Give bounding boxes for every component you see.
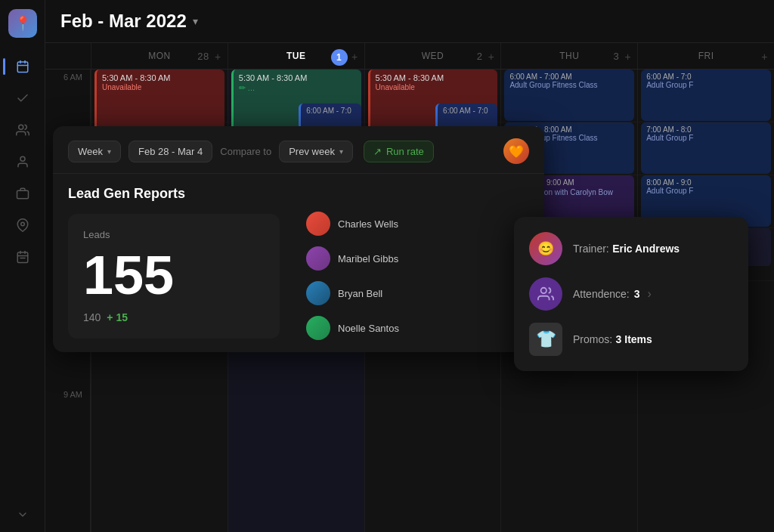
- attendance-arrow[interactable]: ›: [648, 287, 652, 301]
- panel-body: Lead Gen Reports Leads 155 140 + 15 Char…: [53, 174, 544, 352]
- sidebar-item-briefcase[interactable]: [9, 180, 36, 207]
- attendance-info: Attendence: 3 ›: [573, 287, 652, 301]
- person-name-2: Maribel Gibbs: [338, 253, 398, 264]
- add-event-mon[interactable]: +: [215, 51, 221, 63]
- attendance-value: 3: [634, 288, 640, 300]
- week-chevron: ▾: [107, 147, 111, 156]
- prev-week-selector[interactable]: Prev week ▾: [279, 141, 353, 162]
- trainer-info: Trainer: Eric Andrews: [573, 242, 680, 255]
- compare-to-label: Compare to: [220, 146, 271, 157]
- run-rate-btn[interactable]: ↗ Run rate: [364, 141, 434, 162]
- panel-toolbar: Week ▾ Feb 28 - Mar 4 Compare to Prev we…: [53, 126, 544, 174]
- lead-gen-title: Lead Gen Reports: [68, 186, 291, 202]
- person-row-2: Maribel Gibbs: [306, 246, 529, 271]
- promos-value: 3 Items: [616, 333, 652, 345]
- event-time-fri-3: 8:00 AM - 9:0: [646, 178, 766, 187]
- sidebar-item-schedule[interactable]: [9, 243, 36, 271]
- run-rate-icon: ↗: [373, 146, 382, 157]
- event-time-fri-2: 7:00 AM - 8:0: [646, 125, 766, 134]
- person-avatar-1: [306, 212, 330, 236]
- person-avatar-3: [306, 281, 330, 305]
- person-name-3: Bryan Bell: [338, 288, 382, 299]
- svg-point-7: [20, 222, 24, 226]
- week-selector[interactable]: Week ▾: [68, 141, 121, 162]
- event-label-fri-1: Adult Group F: [646, 81, 766, 89]
- user-avatar-btn[interactable]: 🧡: [503, 138, 529, 164]
- event-fri-7am[interactable]: 7:00 AM - 8:0 Adult Group F: [641, 122, 771, 174]
- date-range-selector[interactable]: Feb 28 - Mar 4: [128, 141, 212, 162]
- leads-number: 155: [83, 248, 265, 302]
- people-list: Charles Wells Maribel Gibbs Bryan Bell N…: [306, 186, 529, 340]
- time-9am: 9 AM: [45, 387, 90, 440]
- today-badge: 1: [331, 49, 348, 66]
- date-num-mon: 28: [197, 51, 209, 62]
- person-name-1: Charles Wells: [338, 218, 398, 230]
- date-range-label: Feb 28 - Mar 4: [138, 146, 203, 157]
- sidebar-item-users[interactable]: [9, 116, 36, 144]
- person-avatar-2: [306, 246, 330, 271]
- popup-trainer-row: 😊 Trainer: Eric Andrews: [529, 232, 733, 265]
- day-header-thu: THU + 3: [500, 43, 637, 69]
- sidebar-expand-btn[interactable]: [17, 509, 29, 523]
- promos-icon: 👕: [529, 323, 562, 356]
- sidebar-item-calendar[interactable]: [9, 53, 36, 80]
- event-time-thu-1: 6:00 AM - 7:00 AM: [509, 73, 629, 81]
- svg-point-5: [20, 156, 25, 161]
- sidebar-item-location[interactable]: [9, 212, 36, 239]
- svg-rect-6: [17, 190, 28, 199]
- leads-prev: 140: [83, 311, 101, 323]
- event-thu-6am[interactable]: 6:00 AM - 7:00 AM Adult Group Fitness Cl…: [504, 70, 634, 121]
- event-fri-6am[interactable]: 6:00 AM - 7:0 Adult Group F: [641, 70, 771, 121]
- leads-diff: + 15: [107, 311, 128, 323]
- panel-left: Lead Gen Reports Leads 155 140 + 15: [68, 186, 291, 340]
- day-header-mon: MON + 28: [91, 43, 228, 69]
- person-row-3: Bryan Bell: [306, 281, 529, 305]
- day-headers: MON + 28 TUE + 1 WED + 2 THU + 3 FRI +: [45, 43, 774, 70]
- event-time-tue-2: 6:00 AM - 7:0: [306, 107, 355, 115]
- sidebar-item-person[interactable]: [9, 148, 36, 175]
- event-time-wed-2: 6:00 AM - 7:0: [443, 107, 492, 115]
- day-header-fri: FRI +: [637, 43, 774, 69]
- date-num-wed: 2: [477, 51, 483, 62]
- sidebar: 📍: [0, 0, 45, 532]
- leads-card: Leads 155 140 + 15: [68, 214, 280, 339]
- leads-label: Leads: [83, 229, 265, 240]
- lead-gen-panel: Week ▾ Feb 28 - Mar 4 Compare to Prev we…: [53, 126, 544, 352]
- popup-attendance-row: Attendence: 3 ›: [529, 277, 733, 311]
- add-event-fri[interactable]: +: [761, 51, 768, 63]
- day-label-wed: WED: [422, 51, 444, 61]
- add-event-tue[interactable]: +: [351, 51, 358, 63]
- event-time-mon: 5:30 AM - 8:30 AM: [102, 73, 219, 83]
- event-time-tue-1: 5:30 AM - 8:30 AM: [239, 73, 356, 83]
- event-label-thu-1: Adult Group Fitness Class: [509, 81, 629, 89]
- svg-point-4: [18, 125, 23, 129]
- trainer-label: Trainer:: [573, 243, 609, 255]
- event-label-wed: Unavailable: [376, 83, 493, 91]
- person-row-4: Noelle Santos: [306, 316, 529, 340]
- main-content: Feb - Mar 2022 ▾ MON + 28 TUE + 1 WED + …: [45, 0, 774, 532]
- event-label-fri-2: Adult Group F: [646, 134, 766, 142]
- run-rate-label: Run rate: [386, 146, 424, 157]
- trainer-avatar: 😊: [529, 232, 562, 265]
- page-title: Feb - Mar 2022: [60, 11, 187, 32]
- promos-info: Promos: 3 Items: [573, 332, 652, 346]
- sidebar-item-tasks[interactable]: [9, 85, 36, 112]
- day-label-thu: THU: [559, 51, 579, 61]
- svg-rect-0: [17, 62, 28, 73]
- promos-label: Promos:: [573, 333, 612, 345]
- event-label-fri-3: Adult Group F: [646, 187, 766, 195]
- add-event-wed[interactable]: +: [488, 51, 495, 63]
- attendance-label: Attendence:: [573, 288, 630, 300]
- prev-week-chevron: ▾: [339, 147, 343, 156]
- day-label-mon: MON: [148, 51, 171, 61]
- time-930: [45, 440, 90, 493]
- date-num-thu: 3: [613, 51, 619, 62]
- date-range-chevron[interactable]: ▾: [193, 15, 198, 27]
- trainer-name: Eric Andrews: [612, 243, 680, 255]
- person-avatar-4: [306, 316, 330, 340]
- prev-week-label: Prev week: [289, 146, 335, 157]
- app-logo[interactable]: 📍: [8, 9, 37, 38]
- person-row-1: Charles Wells: [306, 212, 529, 236]
- add-event-thu[interactable]: +: [625, 51, 632, 63]
- svg-point-13: [541, 288, 546, 293]
